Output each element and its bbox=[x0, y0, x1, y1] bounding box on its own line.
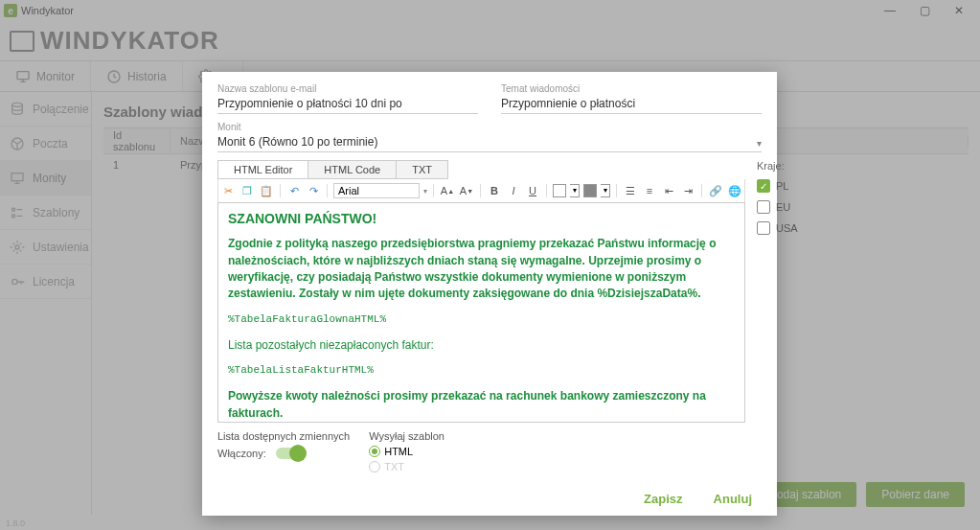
indent-icon[interactable]: ⇥ bbox=[680, 183, 695, 198]
cut-icon[interactable]: ✂ bbox=[220, 183, 236, 198]
template-editor-modal: Nazwa szablonu e-mail Temat wiadomości M… bbox=[202, 72, 777, 516]
undo-icon[interactable]: ↶ bbox=[286, 183, 302, 198]
outdent-icon[interactable]: ⇤ bbox=[661, 183, 676, 198]
tab-html-code[interactable]: HTML Code bbox=[308, 161, 397, 178]
chk-eu[interactable] bbox=[757, 200, 770, 214]
ed-token2: %TabelaListaFakturHTML% bbox=[228, 363, 735, 379]
chk-usa-label: USA bbox=[776, 222, 798, 234]
ed-body2: Lista pozostałych niezapłaconych faktur: bbox=[228, 337, 735, 354]
bold-icon[interactable]: B bbox=[487, 183, 502, 198]
copy-icon[interactable]: ❐ bbox=[239, 183, 255, 198]
paste-icon[interactable]: 📋 bbox=[259, 183, 274, 198]
bg-color-dropdown[interactable]: ▾ bbox=[601, 184, 610, 197]
editor-toolbar: ✂ ❐ 📋 ↶ ↷ ▾ A▲ A▼ B I U ▾ ▾ ☰ bbox=[217, 179, 745, 202]
ed-heading: SZANOWNI PAŃSTWO! bbox=[228, 209, 735, 228]
tpl-name-label: Nazwa szablonu e-mail bbox=[217, 83, 478, 94]
editor-content[interactable]: SZANOWNI PAŃSTWO! Zgodnie z polityką nas… bbox=[217, 202, 745, 423]
font-decrease-icon[interactable]: A▼ bbox=[459, 183, 474, 198]
radio-txt[interactable] bbox=[369, 461, 380, 472]
ed-body3: Powyższe kwoty należności prosimy przeka… bbox=[228, 388, 735, 422]
link-icon[interactable]: 🔗 bbox=[708, 183, 723, 198]
list-number-icon[interactable]: ≡ bbox=[642, 183, 657, 198]
chk-pl-label: PL bbox=[776, 180, 788, 192]
chk-usa[interactable] bbox=[757, 221, 770, 235]
radio-txt-label: TXT bbox=[384, 461, 404, 472]
subject-label: Temat wiadomości bbox=[501, 83, 762, 94]
font-color-picker[interactable] bbox=[553, 184, 566, 197]
ed-token1: %TabelaFakturaGlownaHTML% bbox=[228, 312, 735, 328]
radio-html[interactable] bbox=[369, 446, 380, 457]
tab-html-editor[interactable]: HTML Editor bbox=[218, 161, 308, 178]
tab-txt[interactable]: TXT bbox=[397, 161, 447, 178]
save-button[interactable]: Zapisz bbox=[644, 492, 682, 506]
enabled-label: Włączony: bbox=[217, 448, 266, 459]
tpl-name-input[interactable] bbox=[217, 94, 478, 114]
underline-icon[interactable]: U bbox=[525, 183, 540, 198]
monit-label: Monit bbox=[217, 122, 762, 132]
redo-icon[interactable]: ↷ bbox=[306, 183, 321, 198]
send-as-label: Wysyłaj szablon bbox=[369, 430, 444, 442]
bg-color-picker[interactable] bbox=[583, 184, 597, 197]
vars-link[interactable]: Lista dostępnych zmiennych bbox=[217, 430, 350, 442]
italic-icon[interactable]: I bbox=[506, 183, 521, 198]
list-bullet-icon[interactable]: ☰ bbox=[623, 183, 638, 198]
font-select[interactable] bbox=[333, 183, 420, 198]
enabled-toggle[interactable] bbox=[276, 448, 305, 459]
subject-input[interactable] bbox=[501, 94, 762, 114]
radio-html-label: HTML bbox=[384, 446, 413, 457]
chk-pl[interactable]: ✓ bbox=[757, 179, 770, 193]
cancel-button[interactable]: Anuluj bbox=[714, 492, 752, 506]
countries-label: Kraje: bbox=[757, 160, 798, 172]
font-increase-icon[interactable]: A▲ bbox=[440, 183, 455, 198]
font-color-dropdown[interactable]: ▾ bbox=[570, 184, 580, 197]
chk-eu-label: EU bbox=[776, 201, 790, 213]
editor-tabs: HTML Editor HTML Code TXT bbox=[217, 160, 448, 179]
globe-icon[interactable]: 🌐 bbox=[727, 183, 742, 198]
monit-dropdown[interactable] bbox=[217, 132, 762, 152]
ed-body1: Zgodnie z polityką naszego przedsiębiors… bbox=[228, 236, 735, 303]
